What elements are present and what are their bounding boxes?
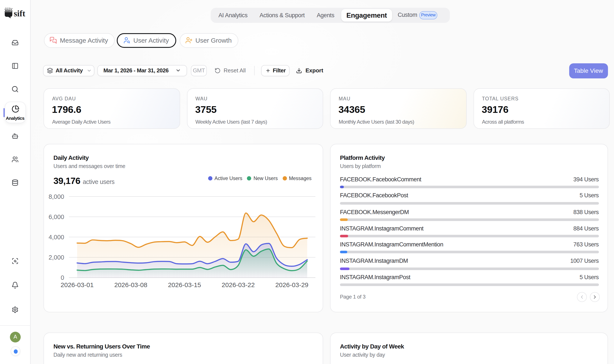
svg-text:2026-03-29: 2026-03-29 [275, 281, 308, 288]
svg-text:2,000: 2,000 [49, 254, 64, 261]
svg-text:2026-03-01: 2026-03-01 [61, 281, 93, 288]
svg-text:0: 0 [61, 274, 64, 281]
svg-text:6,000: 6,000 [49, 213, 64, 220]
svg-text:4,000: 4,000 [49, 234, 64, 241]
svg-text:8,000: 8,000 [49, 193, 64, 200]
svg-text:sift: sift [14, 9, 26, 18]
svg-text:2026-03-15: 2026-03-15 [168, 281, 201, 288]
svg-text:2026-03-08: 2026-03-08 [114, 281, 147, 288]
svg-text:2026-03-22: 2026-03-22 [222, 281, 255, 288]
